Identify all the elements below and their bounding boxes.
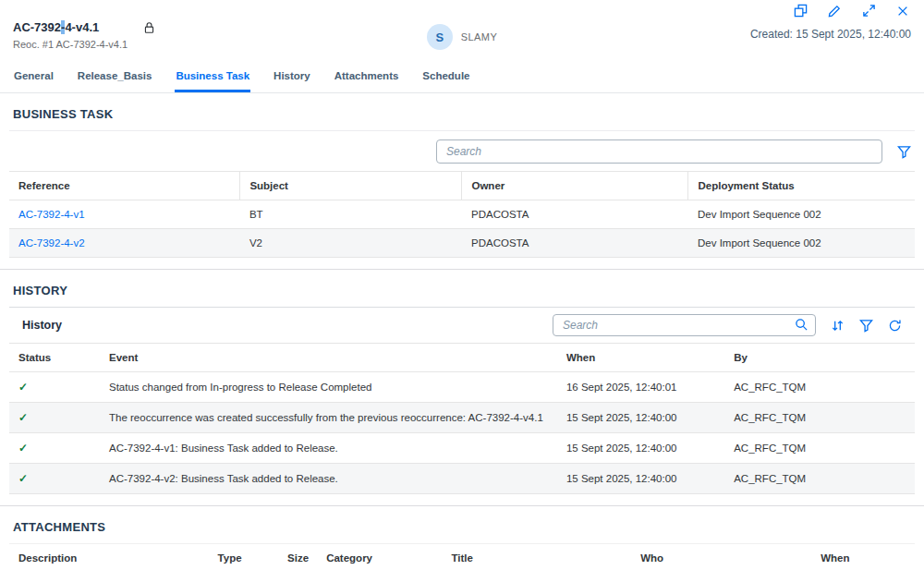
by-cell: AC_RFC_TQM (724, 464, 915, 494)
table-row: ✓ The reoccurrence was created successfu… (9, 403, 915, 433)
event-cell: AC-7392-4-v2: Business Task added to Rel… (100, 464, 557, 494)
business-task-section: BUSINESS TASK Reference Subject Owner De… (0, 93, 924, 258)
success-check-icon: ✓ (18, 381, 28, 394)
created-text: Created: 15 Sept 2025, 12:40:00 (497, 28, 911, 41)
lock-icon (143, 21, 155, 34)
column-header-by: By (724, 344, 915, 372)
column-header-category: Category (317, 544, 442, 570)
event-cell: The reoccurrence was created successfull… (100, 403, 557, 433)
success-check-icon: ✓ (18, 442, 28, 455)
table-row: AC-7392-4-v1 BT PDACOSTA Dev Import Sequ… (9, 200, 915, 229)
tab-business-task[interactable]: Business Task (175, 63, 250, 92)
search-icon[interactable] (795, 318, 808, 332)
attachments-table: Description Type Size Category Title Who… (9, 543, 915, 570)
page-title: AC-7392-4-v4.1 (13, 20, 99, 34)
table-row: AC-7392-4-v2 V2 PDACOSTA Dev Import Sequ… (9, 229, 915, 258)
table-row: ✓ AC-7392-4-v1: Business Task added to R… (9, 433, 915, 464)
avatar[interactable]: S (427, 24, 453, 50)
expand-icon[interactable] (862, 4, 876, 18)
table-row: ✓ Status changed from In-progress to Rel… (9, 372, 915, 403)
column-header-event: Event (100, 344, 557, 372)
business-task-heading: BUSINESS TASK (0, 93, 924, 130)
business-task-search-input[interactable] (436, 139, 882, 164)
business-task-toolbar (9, 131, 915, 171)
tab-release-basis[interactable]: Release_Basis (77, 63, 153, 92)
column-header-title: Title (442, 544, 631, 570)
tab-attachments[interactable]: Attachments (334, 63, 400, 92)
sort-icon[interactable] (831, 319, 845, 333)
attachments-heading: ATTACHMENTS (0, 506, 924, 543)
history-section: HISTORY History (0, 270, 924, 494)
by-cell: AC_RFC_TQM (724, 403, 915, 433)
copy-icon[interactable] (794, 4, 808, 18)
history-toolbar-title: History (22, 319, 62, 332)
by-cell: AC_RFC_TQM (724, 433, 915, 464)
column-header-reference: Reference (9, 172, 240, 200)
success-check-icon: ✓ (18, 472, 28, 485)
user-chip[interactable]: S SLAMY (427, 24, 497, 50)
column-header-description: Description (9, 544, 209, 570)
when-cell: 15 Sept 2025, 12:40:00 (557, 464, 724, 494)
attachments-section: ATTACHMENTS Description Type Size Catego… (0, 506, 924, 570)
refresh-icon[interactable] (888, 319, 902, 333)
by-cell: AC_RFC_TQM (724, 372, 915, 403)
history-toolbar: History (9, 308, 915, 344)
close-icon[interactable] (896, 4, 909, 18)
object-subtitle: Reoc. #1 AC-7392-4-v4.1 (13, 39, 427, 50)
when-cell: 16 Sept 2025, 12:40:01 (557, 372, 724, 403)
filter-icon[interactable] (859, 319, 873, 333)
owner-cell: PDACOSTA (462, 229, 688, 258)
column-header-size: Size (278, 544, 317, 570)
subject-cell: BT (240, 200, 462, 229)
column-header-subject: Subject (240, 172, 462, 200)
filter-icon[interactable] (897, 145, 911, 159)
header-actions (794, 4, 909, 18)
edit-icon[interactable] (828, 4, 842, 18)
reference-link[interactable]: AC-7392-4-v1 (18, 209, 85, 220)
success-check-icon: ✓ (18, 411, 28, 424)
history-table: Status Event When By ✓ Status changed fr… (9, 344, 915, 494)
when-cell: 15 Sept 2025, 12:40:00 (557, 433, 724, 464)
owner-cell: PDACOSTA (462, 200, 688, 229)
status-cell: Dev Import Sequence 002 (688, 200, 915, 229)
subject-cell: V2 (240, 229, 462, 258)
column-header-status: Status (9, 344, 100, 372)
object-header: AC-7392-4-v4.1 Reoc. #1 AC-7392-4-v4.1 S… (0, 0, 924, 93)
tab-bar: General Release_Basis Business Task Hist… (0, 59, 924, 93)
tab-history[interactable]: History (273, 63, 311, 92)
tab-general[interactable]: General (13, 63, 55, 92)
event-cell: Status changed from In-progress to Relea… (100, 372, 557, 403)
reference-link[interactable]: AC-7392-4-v2 (18, 237, 85, 249)
tab-schedule[interactable]: Schedule (421, 63, 470, 92)
event-cell: AC-7392-4-v1: Business Task added to Rel… (100, 433, 557, 464)
business-task-table: Reference Subject Owner Deployment Statu… (9, 171, 915, 258)
column-header-type: Type (209, 544, 278, 570)
history-heading: HISTORY (0, 270, 924, 307)
when-cell: 15 Sept 2025, 12:40:00 (557, 403, 724, 433)
username-label: SLAMY (461, 31, 497, 42)
column-header-who: Who (631, 544, 811, 570)
column-header-owner: Owner (462, 172, 688, 200)
status-cell: Dev Import Sequence 002 (688, 229, 915, 258)
column-header-deployment-status: Deployment Status (688, 172, 915, 200)
column-header-when: When (811, 544, 915, 570)
table-row: ✓ AC-7392-4-v2: Business Task added to R… (9, 464, 915, 494)
column-header-when: When (557, 344, 724, 372)
history-search-input[interactable] (553, 314, 816, 336)
